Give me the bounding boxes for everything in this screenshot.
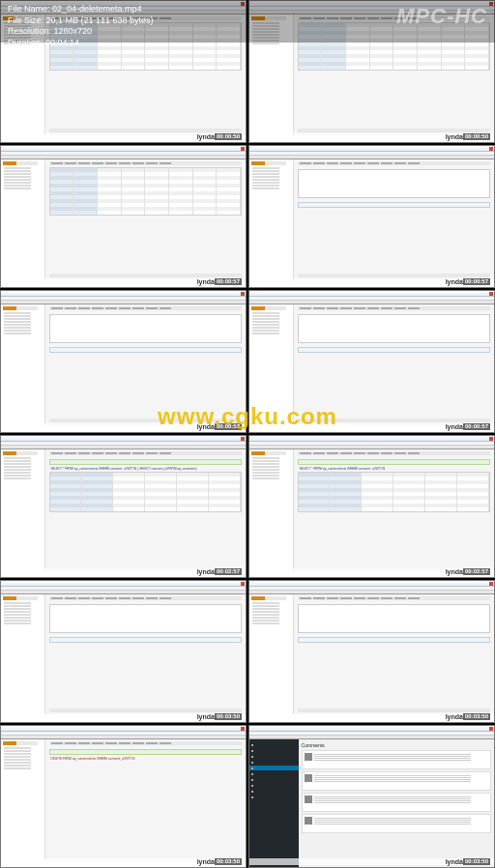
topnav-tab[interactable] — [132, 452, 144, 454]
topnav-tab[interactable] — [408, 162, 420, 164]
db-nav-item[interactable] — [4, 170, 31, 172]
action-bar[interactable] — [298, 709, 490, 712]
topnav-tab[interactable] — [340, 162, 352, 164]
db-nav-item[interactable] — [252, 315, 279, 317]
topnav-tab[interactable] — [313, 162, 325, 164]
table-row[interactable] — [299, 507, 489, 511]
db-nav-item[interactable] — [252, 622, 279, 624]
db-nav-item[interactable] — [4, 182, 31, 184]
db-nav-item[interactable] — [252, 185, 279, 187]
topnav-tab[interactable] — [160, 162, 171, 164]
topnav-tab[interactable] — [340, 307, 352, 309]
db-nav-item[interactable] — [4, 605, 31, 607]
topnav-tab[interactable] — [408, 307, 420, 309]
db-nav-item[interactable] — [4, 330, 31, 332]
db-nav-item[interactable] — [4, 324, 31, 326]
topnav-tab[interactable] — [354, 452, 365, 454]
video-thumbnail[interactable]: Commentslynda00:03:50 — [248, 725, 495, 868]
wp-menu-item[interactable] — [249, 754, 299, 759]
topnav-tab[interactable] — [92, 597, 103, 599]
sql-query-box[interactable] — [49, 314, 242, 343]
db-nav-item[interactable] — [252, 477, 279, 479]
db-nav-item[interactable] — [4, 469, 31, 471]
db-nav-item[interactable] — [252, 457, 279, 459]
db-nav-item[interactable] — [252, 43, 279, 44]
topnav-tab[interactable] — [327, 307, 338, 309]
db-nav-item[interactable] — [4, 617, 31, 619]
topnav-tab[interactable] — [354, 307, 365, 309]
table-row[interactable] — [50, 66, 241, 70]
db-nav-item[interactable] — [252, 179, 279, 181]
table-row[interactable] — [299, 66, 489, 70]
wp-menu-item[interactable] — [249, 742, 299, 747]
db-nav-item[interactable] — [4, 173, 31, 175]
topnav-tab[interactable] — [146, 742, 158, 744]
db-nav-item[interactable] — [4, 620, 31, 622]
db-nav-item[interactable] — [4, 457, 31, 459]
topnav-tab[interactable] — [313, 307, 325, 309]
topnav-tab[interactable] — [92, 452, 103, 454]
db-nav-item[interactable] — [252, 611, 279, 613]
db-nav-item[interactable] — [252, 602, 279, 604]
db-nav-item[interactable] — [4, 753, 31, 755]
topnav-tab[interactable] — [367, 307, 379, 309]
topnav-tab[interactable] — [367, 452, 379, 454]
topnav-tab[interactable] — [300, 162, 311, 164]
db-nav-item[interactable] — [4, 750, 31, 752]
db-nav-item[interactable] — [252, 330, 279, 332]
topnav-tab[interactable] — [78, 162, 90, 164]
db-nav-item[interactable] — [4, 762, 31, 764]
wp-menu-item[interactable] — [249, 748, 299, 753]
comment-row[interactable] — [302, 750, 491, 769]
db-nav-item[interactable] — [4, 608, 31, 610]
wp-menu-item[interactable] — [249, 760, 299, 765]
comment-row[interactable] — [302, 793, 491, 812]
db-nav-item[interactable] — [4, 602, 31, 604]
db-nav-item[interactable] — [252, 173, 279, 175]
db-nav-item[interactable] — [252, 167, 279, 169]
topnav-tab[interactable] — [132, 162, 144, 164]
topnav-tab[interactable] — [327, 452, 338, 454]
topnav-tab[interactable] — [78, 452, 90, 454]
db-nav-item[interactable] — [252, 188, 279, 189]
db-nav-item[interactable] — [4, 315, 31, 317]
comment-row[interactable] — [302, 814, 491, 833]
db-nav-item[interactable] — [4, 759, 31, 761]
topnav-tab[interactable] — [340, 597, 352, 599]
wp-menu-item[interactable] — [249, 771, 299, 776]
topnav-tab[interactable] — [381, 162, 393, 164]
db-nav-item[interactable] — [252, 321, 279, 323]
topnav-tab[interactable] — [160, 742, 171, 744]
topnav-tab[interactable] — [146, 162, 158, 164]
action-bar[interactable] — [49, 274, 242, 277]
topnav-tab[interactable] — [132, 742, 144, 744]
db-nav-item[interactable] — [4, 756, 31, 758]
wp-menu-item[interactable] — [249, 783, 299, 788]
comment-row[interactable] — [302, 771, 491, 791]
db-nav-item[interactable] — [4, 611, 31, 613]
topnav-tab[interactable] — [367, 162, 379, 164]
db-nav-item[interactable] — [252, 466, 279, 468]
db-nav-item[interactable] — [4, 463, 31, 465]
video-thumbnail[interactable]: DELETE FROM wp_commentmeta WHERE comment… — [0, 725, 247, 868]
topnav-tab[interactable] — [65, 597, 76, 599]
db-nav-item[interactable] — [252, 460, 279, 462]
topnav-tab[interactable] — [78, 597, 90, 599]
topnav-tab[interactable] — [367, 597, 379, 599]
db-nav-item[interactable] — [4, 614, 31, 616]
topnav-tab[interactable] — [65, 162, 76, 164]
db-nav-item[interactable] — [4, 472, 31, 474]
topnav-tab[interactable] — [105, 307, 117, 309]
wp-menu-item[interactable] — [249, 789, 299, 794]
topnav-tab[interactable] — [408, 597, 420, 599]
video-thumbnail[interactable]: lynda00:03:50 — [248, 580, 495, 723]
db-nav-item[interactable] — [252, 318, 279, 320]
db-nav-item[interactable] — [252, 324, 279, 326]
db-nav-item[interactable] — [252, 617, 279, 619]
topnav-tab[interactable] — [119, 742, 131, 744]
topnav-tab[interactable] — [119, 597, 131, 599]
table-row[interactable] — [50, 211, 241, 215]
topnav-tab[interactable] — [381, 452, 393, 454]
sql-query-box[interactable] — [298, 314, 490, 343]
topnav-tab[interactable] — [394, 307, 406, 309]
